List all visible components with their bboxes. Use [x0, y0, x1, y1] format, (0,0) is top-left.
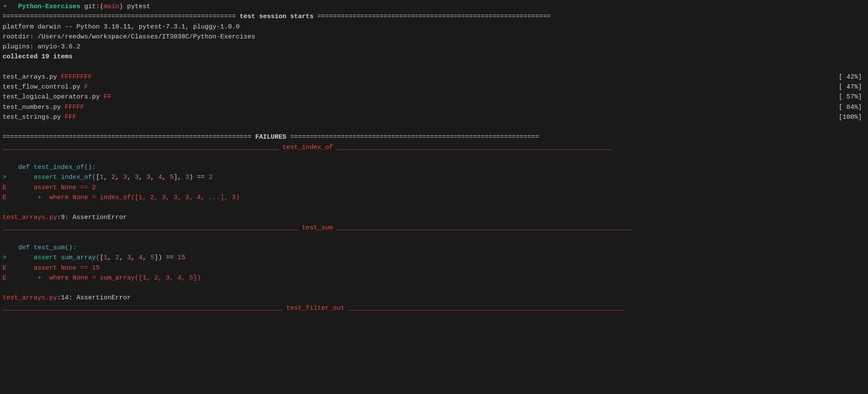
- failures-header: ========================================…: [0, 132, 868, 142]
- spacer-1: [0, 62, 868, 72]
- test-file-row-1: test_flow_control.py F [ 47%]: [0, 82, 868, 92]
- test-file-row-2: test_logical_operators.py FF [ 57%]: [0, 92, 868, 102]
- test-sum-error-1: E assert None == 15: [0, 263, 868, 273]
- test-sum-error-2: E + where None = sum_array([1, 2, 3, 4, …: [0, 273, 868, 283]
- test-file-row-4: test_strings.py FFF [100%]: [0, 112, 868, 122]
- test-sum-separator: ________________________________________…: [0, 223, 868, 233]
- test-sum-def: def test_sum():: [0, 243, 868, 253]
- spacer-3: [0, 153, 868, 162]
- plugins-line: plugins: anyio-3.6.2: [0, 42, 868, 52]
- test-file-row-3: test_numbers.py FFFFF [ 84%]: [0, 102, 868, 112]
- test-index-of-error-2: E + where None = index_of([1, 2, 3, 3, 3…: [0, 193, 868, 203]
- directory-name: Python-Exercises: [10, 2, 84, 12]
- terminal-window: ➜ Python-Exercises git:(main) pytest ===…: [0, 0, 868, 394]
- collected-line: collected 19 items: [0, 52, 868, 62]
- rootdir-line: rootdir: /Users/reedws/workspace/Classes…: [0, 32, 868, 42]
- test-index-of-separator: ________________________________________…: [0, 143, 868, 153]
- git-label: git:(: [84, 2, 104, 12]
- test-filter-out-separator: ________________________________________…: [0, 303, 868, 313]
- git-branch: main: [104, 2, 119, 12]
- spacer-2: [0, 122, 868, 132]
- command-text: pytest: [127, 2, 150, 12]
- platform-line: platform darwin -- Python 3.10.11, pytes…: [0, 22, 868, 32]
- git-branch-close: ): [119, 2, 127, 12]
- test-file-row-0: test_arrays.py FFFFFFFF [ 42%]: [0, 72, 868, 82]
- prompt-line: ➜ Python-Exercises git:(main) pytest: [0, 0, 868, 12]
- test-index-of-error-location: test_arrays.py:9: AssertionError: [0, 213, 868, 222]
- spacer-5: [0, 233, 868, 243]
- test-index-of-def: def test_index_of():: [0, 162, 868, 172]
- spacer-6: [0, 283, 868, 293]
- test-sum-error-location: test_arrays.py:14: AssertionError: [0, 293, 868, 303]
- prompt-symbol: ➜: [3, 2, 10, 12]
- test-index-of-error-1: E assert None == 2: [0, 183, 868, 193]
- spacer-4: [0, 203, 868, 213]
- test-sum-assert-line: > assert sum_array([1, 2, 3, 4, 5]) == 1…: [0, 253, 868, 263]
- test-index-of-assert-line: > assert index_of([1, 2, 3, 3, 3, 4, 5],…: [0, 172, 868, 182]
- session-header-separator: ========================================…: [0, 12, 868, 22]
